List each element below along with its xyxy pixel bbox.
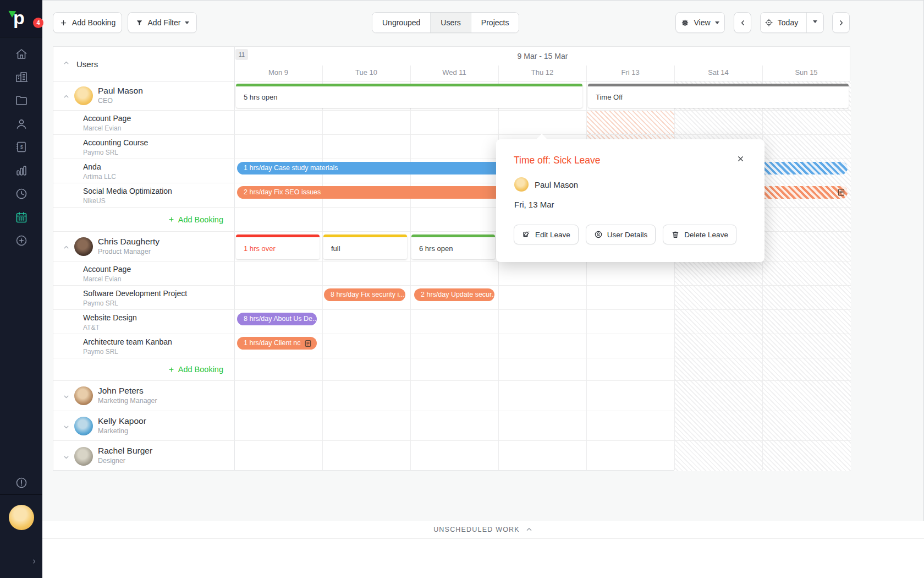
day-header: Tue 10 <box>322 66 410 81</box>
avatar <box>74 86 93 105</box>
plus-icon <box>168 216 175 223</box>
timeoff-label: Time Off <box>596 86 623 108</box>
avatar <box>74 386 93 405</box>
project-client: NikeUS <box>83 197 106 205</box>
timeoff-card[interactable]: Time Off <box>588 84 849 108</box>
avatar <box>514 177 529 192</box>
add-booking-link[interactable]: Add Booking <box>53 358 234 380</box>
chevron-right-icon <box>837 19 845 27</box>
project-name: Anda <box>83 162 101 171</box>
nav-scheduler-icon[interactable] <box>0 210 42 225</box>
group-switcher: Ungrouped Users Projects <box>372 12 519 33</box>
booking-label: 1 hrs/day Client no... <box>244 337 300 350</box>
today-button[interactable]: Today <box>761 13 802 32</box>
current-user-avatar[interactable] <box>9 505 34 530</box>
chevron-left-icon <box>739 19 747 27</box>
chevron-up-icon[interactable] <box>63 243 70 253</box>
logo-box: p 4 <box>0 0 42 37</box>
booking-bar-update-security[interactable]: 2 hrs/day Update secur... <box>414 288 494 301</box>
booking-label: 2 hrs/day Fix SEO issues <box>244 186 321 199</box>
user-role: Product Manager <box>98 248 151 255</box>
chevron-down-icon <box>185 21 189 26</box>
plus-icon <box>59 19 68 27</box>
day-header: Sun 15 <box>762 66 850 81</box>
view-label: View <box>694 18 710 27</box>
project-row: Account Page Marcel Evian <box>53 111 851 135</box>
nav-projects-icon[interactable] <box>0 92 42 108</box>
avatar <box>74 237 93 256</box>
project-name: Software Development Project <box>83 289 187 298</box>
view-button[interactable]: View <box>675 12 725 33</box>
today-dropdown-button[interactable] <box>806 13 823 32</box>
delete-leave-label: Delete Leave <box>684 231 728 239</box>
add-booking-button[interactable]: Add Booking <box>53 12 122 33</box>
edit-leave-button[interactable]: Edit Leave <box>514 225 579 244</box>
availability-label: 6 hrs open <box>419 237 453 259</box>
user-details-button[interactable]: User Details <box>586 225 656 244</box>
unscheduled-work-drawer: UNSCHEDULED WORK <box>42 521 924 578</box>
availability-card-open[interactable]: 5 hrs open <box>236 84 582 108</box>
day-header: Sat 14 <box>674 66 762 81</box>
booking-bar-client-notes[interactable]: 1 hrs/day Client no... <box>237 337 317 350</box>
chevron-down-icon[interactable] <box>63 392 70 402</box>
nav-reports-icon[interactable] <box>0 163 42 178</box>
next-week-button[interactable] <box>832 12 850 33</box>
booking-bar-fix-security[interactable]: 8 hrs/day Fix security i... <box>324 288 405 301</box>
availability-card-open[interactable]: 6 hrs open <box>411 235 495 259</box>
sidebar-divider <box>0 494 42 495</box>
day-header: Thu 12 <box>498 66 586 81</box>
add-filter-label: Add Filter <box>148 18 181 27</box>
user-name: John Peters <box>98 386 144 396</box>
tab-ungrouped[interactable]: Ungrouped <box>372 13 431 32</box>
paymo-logo[interactable]: p 4 <box>13 8 32 30</box>
today-split-button: Today <box>760 12 824 33</box>
availability-card-full[interactable]: full <box>323 235 407 259</box>
chevron-down-icon[interactable] <box>63 453 70 463</box>
chevron-up-icon <box>525 526 533 533</box>
user-name: Paul Mason <box>98 86 143 96</box>
avatar <box>74 447 93 466</box>
project-name: Accounting Course <box>83 138 148 147</box>
user-row-john-peters: John Peters Marketing Manager <box>53 381 851 411</box>
tab-projects[interactable]: Projects <box>471 13 519 32</box>
user-circle-icon <box>594 230 603 239</box>
day-header: Wed 11 <box>410 66 498 81</box>
nav-time-tracking-icon[interactable] <box>0 186 42 201</box>
user-name: Kelly Kapoor <box>98 416 146 426</box>
sidebar-expand-icon[interactable] <box>31 557 37 567</box>
add-booking-link-label: Add Booking <box>178 215 223 224</box>
nav-alerts-icon[interactable] <box>0 475 42 490</box>
add-booking-link[interactable]: Add Booking <box>53 208 234 231</box>
chevron-up-icon[interactable] <box>63 92 70 102</box>
close-icon[interactable] <box>736 155 745 165</box>
nav-home-icon[interactable] <box>0 46 42 62</box>
user-role: Marketing Manager <box>98 397 157 405</box>
unscheduled-work-label: UNSCHEDULED WORK <box>433 526 520 533</box>
tab-users[interactable]: Users <box>431 13 471 32</box>
project-client: Artima LLC <box>83 173 116 181</box>
delete-leave-button[interactable]: Delete Leave <box>663 225 736 244</box>
nav-add-icon[interactable] <box>0 233 42 248</box>
popup-title: Time off: Sick Leave <box>514 155 601 166</box>
user-role: Marketing <box>98 427 128 435</box>
today-label: Today <box>778 18 798 27</box>
nav-users-icon[interactable] <box>0 116 42 132</box>
funnel-icon <box>135 19 144 27</box>
availability-card-over[interactable]: 1 hrs over <box>236 235 320 259</box>
nav-invoicing-icon[interactable] <box>0 139 42 155</box>
booking-bar-about-us[interactable]: 8 hrs/day About Us De... <box>237 313 317 325</box>
chevron-down-icon[interactable] <box>63 423 70 433</box>
avatar <box>74 417 93 435</box>
timeoff-popup: Time off: Sick Leave Paul Mason Fri, 13 … <box>496 139 765 262</box>
project-client: Marcel Evian <box>83 275 121 283</box>
group-collapse-icon[interactable] <box>63 59 70 69</box>
project-client: Marcel Evian <box>83 124 121 132</box>
add-filter-button[interactable]: Add Filter <box>128 12 197 33</box>
unscheduled-work-toggle[interactable]: UNSCHEDULED WORK <box>42 521 924 539</box>
prev-week-button[interactable] <box>734 12 751 33</box>
project-name: Social Media Optimization <box>83 187 172 195</box>
crosshair-icon <box>765 18 773 27</box>
availability-label: 5 hrs open <box>244 86 277 108</box>
add-booking-link-label: Add Booking <box>178 365 223 374</box>
nav-clients-icon[interactable] <box>0 69 42 85</box>
